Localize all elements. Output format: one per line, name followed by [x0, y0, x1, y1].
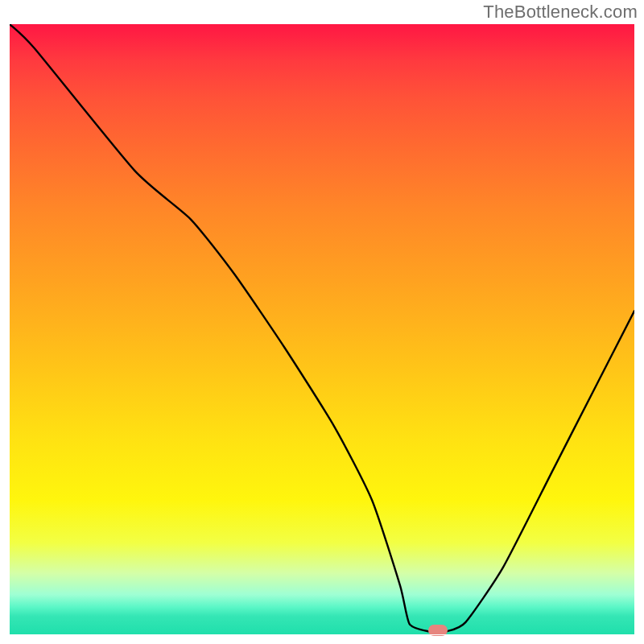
bottleneck-curve-path	[10, 24, 634, 632]
watermark-text: TheBottleneck.com	[483, 2, 638, 23]
chart-container: TheBottleneck.com	[0, 0, 644, 644]
optimal-point-marker	[428, 625, 448, 636]
curve-svg	[10, 24, 634, 634]
plot-area	[10, 24, 634, 634]
